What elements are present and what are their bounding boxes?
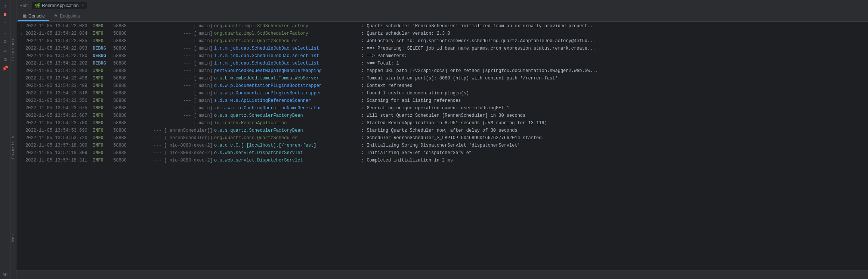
log-line: 2022-11-05 13:57:18.309 INFO 58888 --- […: [16, 149, 868, 157]
log-timestamp: 2022-11-05 13:54:23.516: [25, 90, 93, 97]
log-line: 2022-11-05 13:54:22.093 DEBUG 58888 --- …: [16, 45, 868, 52]
log-logger: i.r.m.job.dao.ScheduleJobDao.selectList: [214, 53, 360, 59]
log-line: 2022-11-05 13:54:23.499 INFO 58888 --- […: [16, 82, 868, 90]
tab-console[interactable]: ▤ Console: [18, 12, 49, 21]
left-sidebar: ↺ ■ ↑ ↓ ⚙ ↵ ⊡ 📌 👁: [0, 0, 10, 279]
log-line: 2022-11-05 13:54:23.687 INFO 58888 --- […: [16, 112, 868, 119]
settings-icon[interactable]: ⚙: [1, 37, 9, 46]
log-pid: 58888: [113, 150, 132, 156]
log-message: : Scanning for api listing references: [360, 97, 461, 104]
log-pid: 58888: [113, 53, 132, 59]
scroll-bottom-icon[interactable]: ↓: [1, 28, 9, 37]
log-arrow: ↑: [18, 23, 25, 29]
tab-console-label: Console: [28, 13, 45, 19]
restart-icon[interactable]: ↺: [1, 1, 9, 10]
stop-icon[interactable]: ■: [1, 10, 9, 19]
log-logger: org.quartz.impl.StdSchedulerFactory: [214, 30, 360, 37]
log-pid: 58888: [113, 45, 132, 52]
log-thread: --- [ main]: [132, 53, 214, 59]
log-pid: 58888: [113, 90, 132, 97]
log-message: : Initializing Servlet 'dispatcherServle…: [360, 150, 474, 156]
log-message: : <== Total: 1: [360, 60, 399, 67]
log-timestamp: 2022-11-05 13:54:22.093: [25, 45, 93, 52]
log-message: : Completed initialization in 2 ms: [360, 157, 453, 164]
log-line: 2022-11-05 13:57:18.309 INFO 58888 --- […: [16, 142, 868, 149]
log-line: 2022-11-05 13:54:22.202 DEBUG 58888 --- …: [16, 60, 868, 67]
log-message: : Generating unique operation named: use…: [360, 105, 509, 112]
log-message: : Will start Quartz Scheduler [RenrenSch…: [360, 112, 525, 119]
log-logger: org.quartz.impl.StdSchedulerFactory: [214, 23, 360, 29]
log-logger: o.s.web.servlet.DispatcherServlet: [214, 157, 360, 164]
clear-icon[interactable]: ⊡: [1, 55, 9, 63]
log-pid: 58888: [113, 142, 132, 149]
log-area[interactable]: ↑2022-11-05 13:54:22.033 INFO 58888 --- …: [16, 22, 868, 270]
log-timestamp: 2022-11-05 13:54:23.700: [25, 120, 93, 126]
log-logger: i.r.m.job.dao.ScheduleJobDao.selectList: [214, 45, 360, 52]
log-pid: 58888: [113, 23, 132, 29]
log-timestamp: 2022-11-05 13:54:22.034: [25, 30, 93, 37]
log-timestamp: 2022-11-05 13:54:22.983: [25, 68, 93, 74]
favorites-label[interactable]: Favorites: [11, 135, 15, 159]
log-message: : Quartz scheduler version: 2.3.0: [360, 30, 450, 37]
log-logger: .d.s.w.r.o.CachingOperationNameGenerator: [214, 105, 360, 112]
log-thread: --- [ main]: [132, 112, 214, 119]
log-level: INFO: [93, 23, 113, 29]
log-level: INFO: [93, 90, 113, 97]
log-timestamp: 2022-11-05 13:54:23.687: [25, 112, 93, 119]
log-thread: --- [ nio-8080-exec-2]: [132, 142, 214, 149]
log-message: : ==> Parameters:: [360, 53, 407, 59]
tab-bar: ▤ Console ⚑ Endpoints: [16, 11, 868, 22]
log-level: INFO: [93, 38, 113, 44]
log-logger: d.s.w.p.DocumentationPluginsBootstrapper: [214, 82, 360, 89]
log-logger: s.d.s.w.s.ApiListingReferenceScanner: [214, 97, 360, 104]
log-timestamp: 2022-11-05 13:54:23.498: [25, 75, 93, 82]
log-timestamp: 2022-11-05 13:54:22.033: [25, 23, 93, 29]
log-thread: --- [ main]: [132, 38, 214, 44]
log-pid: 58888: [113, 112, 132, 119]
wrap-icon[interactable]: ↵: [1, 46, 9, 54]
log-thread: --- [ main]: [132, 90, 214, 97]
log-pid: 58888: [113, 157, 132, 164]
log-timestamp: 2022-11-05 13:54:23.499: [25, 82, 93, 89]
log-logger: o.a.c.c.C.[.[localhost].[/renren-fast]: [214, 142, 360, 149]
log-level: INFO: [93, 142, 113, 149]
log-level: INFO: [93, 112, 113, 119]
log-line: 2022-11-05 13:54:22.035 INFO 58888 --- […: [16, 37, 868, 45]
log-line: ↑2022-11-05 13:54:22.033 INFO 58888 --- …: [16, 22, 868, 30]
log-logger: o.s.s.quartz.SchedulerFactoryBean: [214, 127, 360, 134]
log-logger: pertySourcedRequestMappingHandlerMapping: [214, 68, 360, 74]
log-arrow: ↓: [18, 30, 25, 37]
log-logger: o.s.web.servlet.DispatcherServlet: [214, 150, 360, 156]
log-message: : Starting Quartz Scheduler now, after d…: [360, 127, 518, 134]
log-message: : Tomcat started on port(s): 8080 (http)…: [360, 75, 558, 82]
app-tab[interactable]: 🌿 RenrenApplication ×: [32, 2, 87, 9]
log-thread: --- [ nio-8080-exec-2]: [132, 150, 214, 156]
structure-label[interactable]: Structure: [11, 37, 15, 61]
log-message: : Context refreshed: [360, 82, 413, 89]
tab-endpoints-label: Endpoints: [60, 13, 80, 19]
log-thread: --- [ main]: [132, 82, 214, 89]
log-level: DEBUG: [93, 53, 113, 59]
scroll-top-icon[interactable]: ↑: [1, 19, 9, 28]
log-line: 2022-11-05 13:54:23.550 INFO 58888 --- […: [16, 97, 868, 104]
log-timestamp: 2022-11-05 13:57:18.311: [25, 157, 93, 164]
log-line: 2022-11-05 13:54:23.498 INFO 58888 --- […: [16, 75, 868, 82]
log-pid: 58888: [113, 75, 132, 82]
main-panel: Run: 🌿 RenrenApplication × ▤ Console ⚑ E…: [16, 0, 868, 279]
app-tab-name: RenrenApplication: [42, 3, 78, 8]
web-label[interactable]: Web: [11, 234, 15, 242]
bottom-bar: [16, 270, 868, 279]
pin-icon[interactable]: 📌: [1, 64, 9, 72]
eye-icon[interactable]: 👁: [1, 271, 9, 279]
log-timestamp: 2022-11-05 13:54:22.035: [25, 38, 93, 44]
log-line: 2022-11-05 13:54:23.675 INFO 58888 --- […: [16, 104, 868, 112]
log-line: 2022-11-05 13:54:53.720 INFO 58888 --- […: [16, 134, 868, 142]
app-tab-close[interactable]: ×: [81, 3, 84, 7]
log-thread: --- [ enrenScheduler]]: [132, 135, 214, 141]
log-line: ↓2022-11-05 13:54:22.034 INFO 58888 --- …: [16, 30, 868, 37]
log-thread: --- [ main]: [132, 45, 214, 52]
log-pid: 58888: [113, 68, 132, 74]
log-thread: --- [ main]: [132, 97, 214, 104]
log-message: : ==> Preparing: SELECT job_id,bean_name…: [360, 45, 596, 52]
tab-endpoints[interactable]: ⚑ Endpoints: [49, 12, 84, 21]
